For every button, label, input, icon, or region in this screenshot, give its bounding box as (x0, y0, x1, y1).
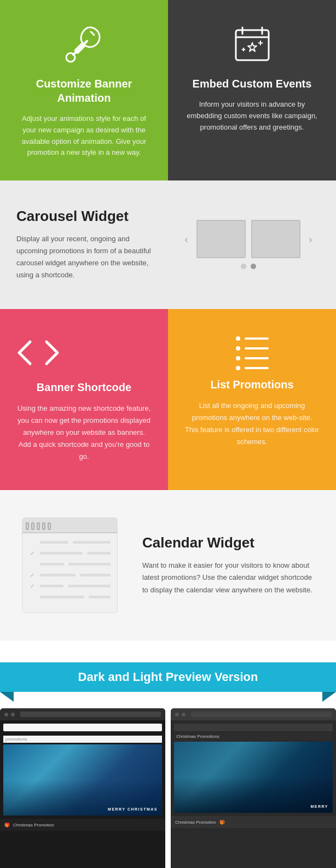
screen-light-dot-2 (182, 713, 186, 716)
cal-line-5a (40, 585, 63, 587)
carousel-title: Carousel Widget (16, 208, 161, 225)
cal-line-1a (40, 541, 68, 544)
screen-dark-image: MERRY CHRISTMAS (3, 744, 162, 815)
screen-light-footer-icon: 🎁 (219, 820, 225, 825)
carousel-dots (241, 264, 256, 269)
carousel-text: Carousel Widget Display all your recent,… (16, 208, 161, 281)
cal-line-2a (40, 552, 83, 555)
cal-line-5b (68, 585, 111, 587)
screen-light: Christmas Promotions MERRY Christmas Pro… (171, 708, 336, 868)
screen-dark-urlbar (20, 712, 161, 717)
carousel-images-row: ‹ › (182, 220, 315, 258)
list-icon (236, 336, 269, 366)
list-bar-3 (245, 357, 269, 359)
list-dot-1 (236, 336, 240, 341)
cal-check-5: ✓ (29, 582, 36, 589)
screen-light-image: MERRY (174, 742, 333, 813)
screen-dark-footer: 🎁 Christmas Promotion (0, 819, 165, 831)
list-promotions-title: List Promotions (184, 377, 320, 392)
preview-banner-section: Dark and Light Preview Version (0, 640, 336, 692)
list-promotions-panel: List Promotions List all the ongoing and… (168, 309, 336, 490)
calendar-section: ✓ ✓ ✓ (0, 490, 336, 640)
screen-light-footer: Christmas Promotion 🎁 (171, 816, 336, 828)
cal-line-2b (87, 552, 111, 555)
screen-dark-merry: MERRY CHRISTMAS (108, 807, 158, 811)
screen-dark-footer-label: Christmas Promotion (13, 823, 54, 828)
cal-row-5: ✓ (29, 582, 111, 589)
cal-line-1b (73, 541, 111, 544)
carousel-desc: Display all your recent, ongoing and upc… (16, 233, 161, 281)
cal-row-4: ✓ (29, 572, 111, 578)
calendar-ring-3 (37, 522, 40, 530)
banner-shortcode-desc: Using the amazing new shortcode feature,… (16, 403, 152, 463)
cal-check-3 (29, 561, 36, 567)
carousel-dot-1[interactable] (241, 264, 246, 269)
list-dot-3 (236, 356, 240, 360)
screen-dark-titlebar (0, 708, 165, 720)
svg-line-1 (91, 32, 94, 35)
calendar-ring-1 (26, 522, 29, 530)
calendar-body: ✓ ✓ ✓ (22, 533, 117, 610)
embed-events-desc: Inform your visitors in advance by embed… (184, 99, 320, 133)
banner-shortcode-title: Banner Shortcode (16, 380, 152, 394)
list-bar-2 (245, 347, 269, 349)
embed-events-icon (230, 22, 274, 66)
cal-line-3a (40, 563, 64, 566)
calendar-title: Calendar Widget (142, 534, 314, 551)
embed-events-panel: Embed Custom Events Inform your visitors… (168, 0, 336, 180)
calendar-visual: ✓ ✓ ✓ (22, 517, 118, 613)
preview-banner-ribbon: Dark and Light Preview Version (0, 662, 336, 692)
calendar-text: Calendar Widget Want to make it easier f… (142, 534, 314, 596)
screen-dark-dot-1 (4, 713, 8, 716)
list-bar-1 (245, 337, 269, 340)
cal-line-6a (40, 596, 84, 598)
list-dot-2 (236, 346, 240, 351)
svg-point-0 (66, 53, 75, 62)
screen-light-urlbar (191, 712, 332, 717)
preview-screens-section: promotions MERRY CHRISTMAS 🎁 Christmas P… (0, 692, 336, 868)
screen-light-merry: MERRY (310, 805, 328, 808)
cal-line-4a (40, 574, 76, 576)
carousel-image-1 (196, 220, 246, 258)
screen-dark-nav (3, 724, 162, 731)
list-dot-4 (236, 366, 240, 370)
customize-banner-title: Customize Banner Animation (16, 77, 152, 105)
screen-light-promo-label: Christmas Promotions (174, 733, 333, 740)
cal-row-6 (29, 593, 111, 600)
cal-check-1 (29, 539, 36, 545)
screen-dark-promo-label: promotions (3, 736, 162, 743)
calendar-ring-4 (42, 522, 45, 530)
cal-check-6 (29, 593, 36, 600)
screen-dark: promotions MERRY CHRISTMAS 🎁 Christmas P… (0, 708, 165, 868)
cal-check-2: ✓ (29, 550, 36, 556)
screen-light-nav (174, 724, 333, 731)
screen-dark-footer-icon: 🎁 (4, 823, 10, 828)
cal-line-6b (89, 596, 111, 598)
carousel-widget: ‹ › (177, 220, 320, 269)
calendar-icon: ✓ ✓ ✓ (22, 517, 120, 613)
code-icon (16, 336, 152, 369)
preview-banner-title: Dark and Light Preview Version (78, 670, 258, 684)
carousel-image-2 (251, 220, 300, 258)
screen-light-footer-label: Christmas Promotion (175, 820, 216, 825)
cal-check-4: ✓ (29, 572, 36, 578)
banner-shortcode-panel: Banner Shortcode Using the amazing new s… (0, 309, 168, 490)
carousel-section: Carousel Widget Display all your recent,… (0, 180, 336, 308)
carousel-next-arrow[interactable]: › (306, 230, 315, 248)
customize-banner-panel: Customize Banner Animation Adjust your a… (0, 0, 168, 180)
screen-dark-content: promotions MERRY CHRISTMAS (0, 720, 165, 819)
screen-light-titlebar (171, 708, 336, 720)
mid-section: Banner Shortcode Using the amazing new s… (0, 309, 336, 490)
customize-banner-icon (62, 22, 106, 66)
cal-line-3b (68, 563, 111, 566)
embed-events-title: Embed Custom Events (184, 77, 320, 91)
carousel-dot-2[interactable] (251, 264, 256, 269)
screen-light-content: Christmas Promotions MERRY (171, 720, 336, 816)
calendar-ring-2 (31, 522, 34, 530)
screen-dark-dot-2 (11, 713, 15, 716)
top-section: Customize Banner Animation Adjust your a… (0, 0, 336, 180)
calendar-top-bar (22, 518, 117, 533)
svg-rect-2 (236, 30, 269, 60)
calendar-ring-5 (48, 522, 51, 530)
carousel-prev-arrow[interactable]: ‹ (182, 230, 191, 248)
